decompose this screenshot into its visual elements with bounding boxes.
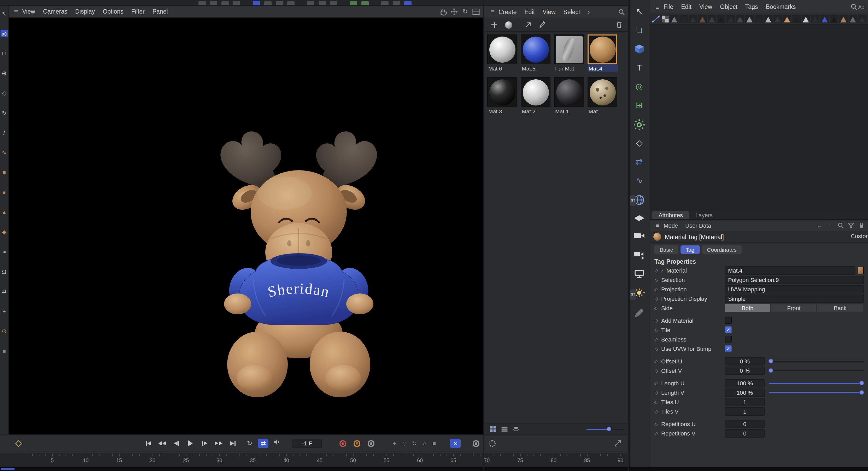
play-button[interactable] <box>183 438 197 448</box>
next-frame-button[interactable] <box>197 438 212 448</box>
ruler-frame-5[interactable]: 5 <box>51 458 54 463</box>
projection-dropdown[interactable]: UVW Mapping <box>725 285 864 293</box>
animation-dot-icon[interactable]: ◇ <box>654 337 661 342</box>
attribute-search-icon[interactable] <box>837 222 844 229</box>
render-settings-icon[interactable] <box>404 1 411 6</box>
animation-dot-icon[interactable]: ◇ <box>654 327 661 333</box>
viewport-dolly-icon[interactable] <box>450 7 459 15</box>
workplane-icon[interactable] <box>362 1 369 6</box>
keyframe-icon[interactable] <box>368 440 374 447</box>
mode-label[interactable]: Mode <box>663 222 678 228</box>
material-item-mat.6[interactable]: Mat.6 <box>487 34 518 71</box>
instance-icon[interactable]: ◎ <box>633 82 645 92</box>
ruler-frame-40[interactable]: 40 <box>283 458 289 463</box>
move-tool-icon[interactable]: ⊕ <box>1 69 8 77</box>
sort-icon[interactable]: A↕ <box>858 3 865 10</box>
record-point-level-icon[interactable]: ≡ <box>430 440 438 446</box>
plane-icon[interactable]: □ <box>633 25 645 35</box>
material-item-mat.1[interactable]: Mat.1 <box>554 77 584 114</box>
snap-icon[interactable]: ⊙ <box>1 327 8 335</box>
new-default-material-icon[interactable] <box>505 21 512 28</box>
material-item-mat.5[interactable]: Mat.5 <box>521 34 551 71</box>
texture-thumb[interactable] <box>708 15 716 23</box>
offset-u-slider[interactable] <box>769 358 864 365</box>
animation-dot-icon[interactable]: ◇ <box>654 318 661 323</box>
expand-arrow-icon[interactable]: › <box>661 268 666 273</box>
viewport-menu-icon[interactable]: ≡ <box>14 7 18 15</box>
axis-tool-icon[interactable]: + <box>1 308 8 315</box>
material-swatch[interactable] <box>858 266 864 274</box>
object-menu-icon[interactable]: ≡ <box>655 3 659 11</box>
material-menu-create[interactable]: Create <box>498 9 517 15</box>
tiles-u-value[interactable]: 1 <box>725 398 765 406</box>
magnet-tool-icon[interactable]: Ω <box>1 268 8 275</box>
texture-thumb[interactable] <box>764 15 772 23</box>
texture-thumb[interactable] <box>679 15 688 23</box>
texture-thumb[interactable] <box>689 15 697 23</box>
scale-tool-icon[interactable] <box>276 1 283 6</box>
texture-thumb[interactable] <box>745 15 754 23</box>
cube-icon[interactable] <box>633 44 645 54</box>
material-menu-select[interactable]: Select <box>563 9 580 15</box>
menu-options[interactable]: Options <box>103 8 123 14</box>
texture-thumb[interactable] <box>755 15 763 23</box>
length-v-slider[interactable] <box>769 389 864 396</box>
animation-dot-icon[interactable]: ◇ <box>654 268 661 273</box>
animation-dot-icon[interactable]: ◇ <box>654 368 661 373</box>
record-rotation-icon[interactable]: ↻ <box>410 440 418 447</box>
timeline-expand-icon[interactable] <box>614 438 621 448</box>
texture-thumb[interactable] <box>783 15 791 23</box>
material-item-mat.2[interactable]: Mat.2 <box>521 77 551 114</box>
live-selection-icon[interactable]: ◎ <box>1 30 8 37</box>
offset-u-value[interactable]: 0 % <box>725 357 765 365</box>
text-icon[interactable]: T <box>633 63 645 73</box>
animation-dot-icon[interactable]: ◇ <box>654 358 661 364</box>
animation-dot-icon[interactable]: ◇ <box>654 296 661 301</box>
tiles-v-value[interactable]: 1 <box>725 407 765 415</box>
record-scale-icon[interactable]: ◇ <box>401 440 408 447</box>
texture-thumb[interactable] <box>802 15 810 23</box>
checker-icon[interactable] <box>661 15 669 23</box>
polygon-pen-icon[interactable]: ∿ <box>1 149 8 156</box>
splitter[interactable] <box>483 0 484 471</box>
animation-dot-icon[interactable]: ◇ <box>654 305 661 310</box>
object-menu-tags[interactable]: Tags <box>745 4 758 10</box>
pick-material-icon[interactable] <box>539 21 547 29</box>
ruler-frame-75[interactable]: 75 <box>517 458 523 463</box>
material-item-mat.3[interactable]: Mat.3 <box>487 77 518 114</box>
animation-dot-icon[interactable]: ◇ <box>654 421 661 426</box>
render-view-icon[interactable] <box>381 1 389 6</box>
material-thumbnail[interactable] <box>588 77 617 107</box>
texture-thumb[interactable] <box>717 15 725 23</box>
material-thumbnail[interactable] <box>487 77 517 107</box>
solo-animation-icon[interactable] <box>473 440 479 447</box>
texture-thumb[interactable] <box>811 15 819 23</box>
ruler-frame-25[interactable]: 25 <box>183 458 189 463</box>
paste-icon[interactable] <box>233 1 240 6</box>
object-menu-view[interactable]: View <box>699 4 712 10</box>
object-search-icon[interactable] <box>850 3 858 10</box>
floor-icon[interactable] <box>633 213 645 223</box>
menu-view[interactable]: View <box>22 8 35 14</box>
texture-thumb[interactable] <box>830 15 838 23</box>
viewport-rotate-icon[interactable]: ↻ <box>461 7 469 15</box>
symmetry-icon[interactable]: ⇄ <box>633 157 645 167</box>
texture-thumb[interactable] <box>698 15 707 23</box>
array-icon[interactable]: ⊞ <box>633 100 645 111</box>
menu-display[interactable]: Display <box>75 8 95 14</box>
load-material-icon[interactable] <box>524 21 532 29</box>
timeline-scrollbar[interactable] <box>0 467 868 471</box>
autokey-icon[interactable]: A <box>353 440 360 447</box>
filter-icon[interactable] <box>848 222 855 229</box>
ruler-frame-55[interactable]: 55 <box>383 458 389 463</box>
animation-dot-icon[interactable]: ◇ <box>654 277 661 282</box>
offset-v-value[interactable]: 0 % <box>725 366 765 375</box>
repetitions-v-value[interactable]: 0 <box>725 429 765 437</box>
thumbnail-zoom-slider[interactable] <box>587 426 624 432</box>
texture-thumb[interactable] <box>820 15 829 23</box>
use-uvw-for-bump-checkbox[interactable]: ✓ <box>725 345 732 352</box>
ruler-frame-60[interactable]: 60 <box>417 458 423 463</box>
ruler-frame-35[interactable]: 35 <box>250 458 256 463</box>
animation-dot-icon[interactable]: ◇ <box>654 380 661 386</box>
rotate-tool-icon[interactable] <box>287 1 294 6</box>
